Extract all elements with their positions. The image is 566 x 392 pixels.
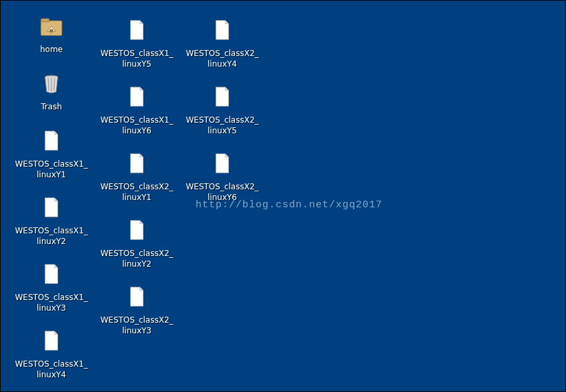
desktop-icon-file[interactable]: WESTOS_classX1_ linuxY6 bbox=[97, 81, 177, 136]
folder-home-icon bbox=[35, 10, 67, 42]
desktop-icon-label: WESTOS_classX1_ linuxY6 bbox=[100, 115, 173, 136]
svg-line-4 bbox=[48, 78, 49, 91]
file-icon bbox=[206, 147, 238, 179]
desktop-icon-label: WESTOS_classX2_ linuxY3 bbox=[100, 315, 173, 336]
watermark-text: http://blog.csdn.net/xgq2017 bbox=[196, 199, 382, 211]
desktop-icon-label: WESTOS_classX1_ linuxY4 bbox=[15, 359, 87, 380]
file-icon bbox=[206, 14, 238, 46]
desktop-icon-label: WESTOS_classX2_ linuxY4 bbox=[186, 49, 258, 69]
file-icon bbox=[35, 191, 67, 223]
desktop-icon-file[interactable]: WESTOS_classX1_ linuxY5 bbox=[97, 14, 177, 69]
desktop-icon-file[interactable]: WESTOS_classX2_ linuxY3 bbox=[97, 281, 177, 336]
desktop-icon-file[interactable]: WESTOS_classX2_ linuxY2 bbox=[97, 214, 177, 269]
svg-rect-2 bbox=[50, 29, 53, 33]
file-icon bbox=[121, 281, 153, 313]
desktop-icon-trash[interactable]: Trash bbox=[11, 67, 91, 113]
desktop-icon-file[interactable]: WESTOS_classX1_ linuxY4 bbox=[11, 325, 91, 380]
svg-line-6 bbox=[54, 78, 55, 91]
desktop-icon-file[interactable]: WESTOS_classX2_ linuxY4 bbox=[182, 14, 262, 69]
file-icon bbox=[35, 325, 67, 357]
file-icon bbox=[121, 14, 153, 46]
desktop-icon-label: WESTOS_classX1_ linuxY2 bbox=[15, 226, 87, 247]
desktop-icon-file[interactable]: WESTOS_classX2_ linuxY5 bbox=[182, 81, 262, 136]
desktop-icon-file[interactable]: WESTOS_classX1_ linuxY2 bbox=[11, 191, 91, 247]
desktop-icon-label: home bbox=[40, 45, 63, 55]
trash-icon bbox=[35, 67, 67, 99]
desktop-icon-label: WESTOS_classX1_ linuxY5 bbox=[100, 49, 173, 69]
file-icon bbox=[35, 125, 67, 157]
desktop-icon-file[interactable]: WESTOS_classX1_ linuxY1 bbox=[11, 125, 91, 180]
desktop-icon-label: Trash bbox=[41, 102, 62, 113]
svg-rect-1 bbox=[41, 19, 49, 22]
desktop-icon-file[interactable]: WESTOS_classX2_ linuxY6 bbox=[182, 147, 262, 203]
desktop-icon-label: WESTOS_classX1_ linuxY1 bbox=[15, 159, 87, 180]
desktop-icon-label: WESTOS_classX1_ linuxY3 bbox=[15, 293, 87, 313]
desktop-icon-file[interactable]: WESTOS_classX2_ linuxY1 bbox=[97, 147, 177, 203]
desktop-icon-label: WESTOS_classX2_ linuxY5 bbox=[186, 115, 258, 136]
desktop-icon-label: WESTOS_classX2_ linuxY1 bbox=[100, 182, 173, 203]
file-icon bbox=[35, 258, 67, 290]
file-icon bbox=[206, 81, 238, 113]
desktop-icon-file[interactable]: WESTOS_classX1_ linuxY3 bbox=[11, 258, 91, 313]
desktop-icon-label: WESTOS_classX2_ linuxY2 bbox=[100, 249, 173, 269]
desktop-icon-home[interactable]: home bbox=[11, 10, 91, 55]
file-icon bbox=[121, 81, 153, 113]
file-icon bbox=[121, 147, 153, 179]
file-icon bbox=[121, 214, 153, 246]
